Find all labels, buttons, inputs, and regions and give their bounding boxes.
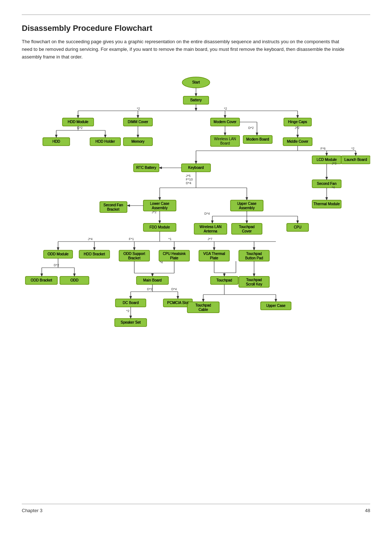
svg-text:Modem Board: Modem Board [246,137,269,141]
svg-text:HDD Module: HDD Module [68,120,89,124]
svg-text:Touchpad: Touchpad [216,278,232,282]
svg-text:HDD Holder: HDD Holder [95,139,115,143]
svg-text:Battery: Battery [190,98,202,102]
svg-text:CPU: CPU [294,225,301,229]
svg-text:Assembly: Assembly [239,206,254,210]
svg-text:Scroll Key: Scroll Key [246,282,262,286]
svg-text:Keyboard: Keyboard [188,166,204,170]
svg-text:F*10: F*10 [186,178,193,181]
label-j2-hinge: J*2 [295,126,299,130]
label-s2-launch: *2 [351,147,355,150]
svg-text:Middle Cover: Middle Cover [287,139,309,143]
label-j3-second-fan: J*3 [332,162,336,165]
svg-text:HDD: HDD [52,139,60,143]
label-d2-dc: D*2 [147,287,152,291]
svg-text:VGA Thermal: VGA Thermal [203,252,225,256]
label-s1-cpu: *1 [168,237,172,241]
svg-text:ODD Module: ODD Module [48,252,69,256]
svg-text:PCMCIA Slot: PCMCIA Slot [167,301,189,305]
svg-text:Lower Case: Lower Case [150,202,170,206]
svg-text:Touchpad: Touchpad [195,303,211,307]
svg-text:Upper Case: Upper Case [237,202,257,206]
svg-text:Thermal Module: Thermal Module [314,202,340,206]
svg-text:Antenna: Antenna [204,229,217,233]
svg-text:Bracket: Bracket [128,256,140,260]
svg-text:FDD Module: FDD Module [150,225,170,229]
svg-text:Assembly: Assembly [152,206,167,210]
svg-text:Modem Cover: Modem Cover [214,120,237,124]
label-d4-wlan: D*4 [204,212,210,215]
node-start-text: Start [192,80,200,84]
label-d2-odd: D*2 [54,263,59,267]
svg-text:DIMM Cover: DIMM Cover [128,120,148,124]
page-title: Disassembly Procedure Flowchart [22,24,370,33]
svg-text:CPU Heatsink: CPU Heatsink [163,252,186,256]
svg-text:Touchpad: Touchpad [246,278,262,282]
svg-text:Speaker Set: Speaker Set [121,320,140,324]
label-f1-odd: F*1 [129,237,134,241]
svg-text:LCD Module: LCD Module [317,158,337,162]
footer: Chapter 3 48 [22,504,370,513]
svg-text:Cover: Cover [242,229,252,233]
label-j5-f10-d4: J*5 [186,174,191,178]
label-j2-dimm: *2 [137,107,140,110]
label-s4-thermal: *4 [332,186,335,189]
svg-text:Board: Board [220,141,230,145]
flowchart-svg: Start Battery *2 *2 HDD Module DIMM Cove… [22,72,370,489]
svg-text:Main Board: Main Board [143,278,162,282]
label-g2: G*2 [77,126,83,130]
svg-text:Second Fan: Second Fan [317,182,336,186]
footer-left: Chapter 3 [22,508,42,513]
svg-text:Wireless LAN: Wireless LAN [200,225,222,229]
label-j2-fdd: J*2 [152,210,156,214]
label-j4-hdd: J*4 [88,237,93,241]
svg-text:Second Fan: Second Fan [103,203,123,207]
top-rule [22,15,370,15]
svg-text:Upper Case: Upper Case [266,304,286,308]
label-s4-main: *4 [160,260,163,264]
node-wireless-lan-board: Wireless LAN [214,137,236,141]
svg-text:DC Board: DC Board [123,301,139,305]
svg-text:Button Pad: Button Pad [245,256,263,260]
label-f6: F*6 [320,147,326,150]
label-d2-modem: D*2 [248,126,254,130]
flowchart-container: Start Battery *2 *2 HDD Module DIMM Cove… [22,72,370,489]
label-j7: J*7 [208,237,212,241]
footer-right: 48 [365,508,370,513]
label-s2-speaker: *2 [126,309,130,313]
svg-text:ODD: ODD [70,278,78,282]
intro-paragraph: The flowchart on the succeeding page giv… [22,38,348,61]
svg-text:Plate: Plate [170,256,179,260]
svg-text:ODD Bracket: ODD Bracket [31,278,52,282]
svg-text:ODD Support: ODD Support [123,252,145,256]
svg-text:Hinge Caps: Hinge Caps [288,120,307,124]
svg-text:D*4: D*4 [186,181,191,185]
svg-text:Launch Board: Launch Board [344,158,367,162]
svg-text:Plate: Plate [210,256,219,260]
svg-text:Bracket: Bracket [107,207,119,211]
svg-text:Memory: Memory [131,139,144,143]
svg-text:Cable: Cable [199,308,208,312]
label-j2-modem: *2 [224,107,227,110]
svg-text:Touchpad: Touchpad [246,252,262,256]
svg-text:HDD Bracket: HDD Bracket [84,252,105,256]
label-d4-pcmcia: D*4 [171,287,177,291]
svg-text:RTC Battery: RTC Battery [136,166,156,170]
svg-text:Touchpad: Touchpad [239,225,254,229]
